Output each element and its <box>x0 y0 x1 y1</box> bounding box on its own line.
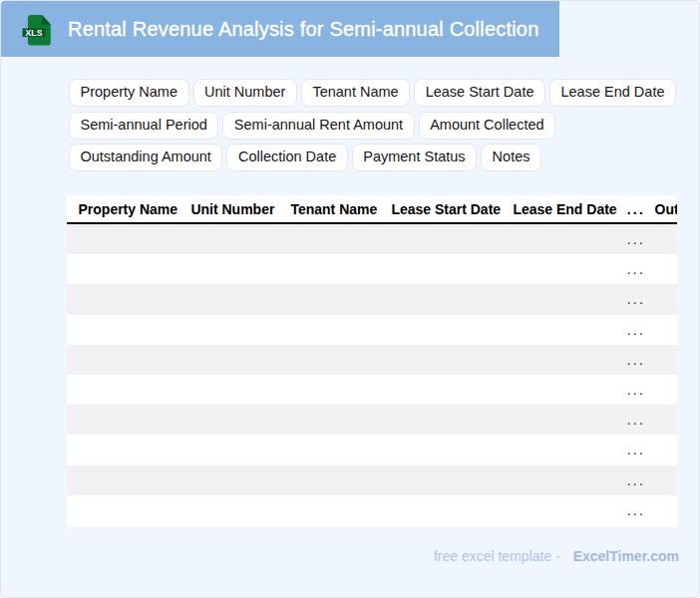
svg-text:XLS: XLS <box>25 27 42 37</box>
